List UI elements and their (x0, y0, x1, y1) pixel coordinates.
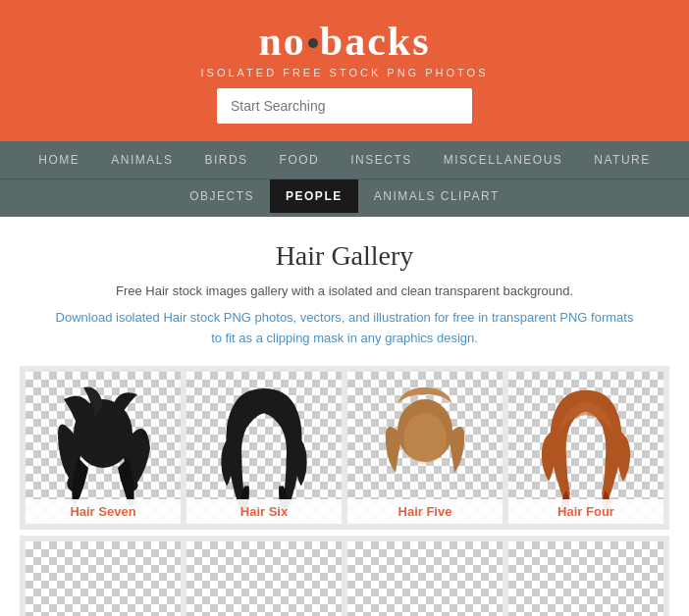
tagline: Isolated Free Stock PNG Photos (0, 67, 689, 78)
gallery-item-empty2 (186, 541, 342, 616)
nav-animals-clipart[interactable]: ANIMALS CLIPART (358, 180, 515, 213)
empty-image-3 (508, 541, 663, 616)
gallery-grid-row2 (20, 536, 669, 616)
gallery-item-hair-three[interactable] (347, 541, 503, 616)
gallery-title: Hair Gallery (20, 240, 669, 272)
hair-seven-label: Hair Seven (26, 499, 181, 524)
empty-image-2 (186, 541, 342, 616)
nav-food[interactable]: FOOD (264, 141, 336, 179)
gallery-desc: Free Hair stock images gallery with a is… (50, 282, 639, 302)
logo[interactable]: nobacks (0, 18, 689, 65)
empty-image-1 (26, 541, 181, 616)
nav-objects[interactable]: OBJECTS (174, 180, 270, 213)
header: nobacks Isolated Free Stock PNG Photos (0, 0, 689, 141)
nav-birds[interactable]: BIRDS (188, 141, 263, 179)
svg-point-2 (403, 413, 447, 464)
nav-insects[interactable]: INSECTS (335, 141, 428, 179)
gallery-item-hair-five[interactable]: Hair Five (347, 372, 503, 524)
page-content: Hair Gallery Free Hair stock images gall… (0, 217, 689, 616)
hair-four-label: Hair Four (508, 499, 663, 524)
gallery-item-hair-six[interactable]: Hair Six (186, 372, 342, 524)
gallery-grid: Hair Seven Hair Six (20, 366, 669, 530)
nav-miscellaneous[interactable]: MISCELLANEOUS (428, 141, 579, 179)
gallery-item-empty3 (508, 541, 663, 616)
nav-secondary: OBJECTS PEOPLE ANIMALS CLIPART (0, 179, 689, 217)
hair-three-image (347, 541, 503, 616)
nav-people[interactable]: PEOPLE (270, 180, 358, 213)
gallery-item-hair-seven[interactable]: Hair Seven (26, 372, 181, 524)
hair-five-label: Hair Five (347, 499, 503, 524)
nav-animals[interactable]: ANIMALS (95, 141, 188, 179)
gallery-item-empty1 (26, 541, 181, 616)
search-bar-wrap (0, 88, 689, 124)
nav-nature[interactable]: NATURE (578, 141, 665, 179)
nav-home[interactable]: HOME (23, 141, 95, 179)
hair-six-label: Hair Six (186, 499, 342, 524)
gallery-item-hair-four[interactable]: Hair Four (508, 372, 663, 524)
nav-primary: HOME ANIMALS BIRDS FOOD INSECTS MISCELLA… (0, 141, 689, 179)
gallery-desc-link: Download isolated Hair stock PNG photos,… (50, 308, 639, 349)
search-input[interactable] (217, 88, 472, 124)
